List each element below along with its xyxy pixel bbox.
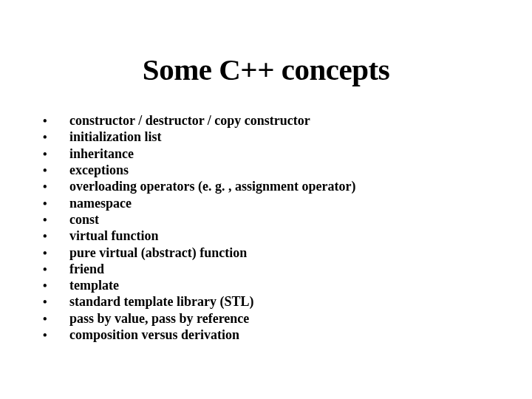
- item-text: const: [69, 211, 497, 228]
- list-item: • friend: [35, 261, 497, 277]
- item-text: pass by value, pass by reference: [69, 310, 497, 327]
- item-text: pure virtual (abstract) function: [69, 245, 497, 261]
- list-item: • pure virtual (abstract) function: [35, 245, 497, 261]
- item-text: friend: [69, 261, 497, 277]
- bullet-icon: •: [35, 279, 69, 293]
- bullet-icon: •: [35, 229, 69, 244]
- bullet-icon: •: [35, 295, 69, 310]
- bullet-icon: •: [35, 163, 69, 178]
- list-item: • initialization list: [35, 129, 497, 145]
- bullet-icon: •: [35, 312, 69, 327]
- list-item: • const: [35, 211, 497, 228]
- bullet-icon: •: [35, 246, 69, 261]
- item-text: namespace: [69, 195, 497, 211]
- list-item: • standard template library (STL): [35, 293, 497, 310]
- bullet-icon: •: [35, 130, 69, 145]
- bullet-icon: •: [35, 114, 69, 129]
- list-item: • composition versus derivation: [35, 327, 497, 343]
- list-item: • pass by value, pass by reference: [35, 310, 497, 327]
- page-title: Some C++ concepts: [35, 52, 497, 87]
- item-text: exceptions: [69, 162, 497, 178]
- item-text: virtual function: [69, 228, 497, 244]
- item-text: composition versus derivation: [69, 327, 497, 343]
- item-text: constructor / destructor / copy construc…: [69, 112, 497, 129]
- bullet-icon: •: [35, 328, 69, 343]
- bullet-icon: •: [35, 147, 69, 162]
- list-item: • template: [35, 277, 497, 293]
- list-item: • virtual function: [35, 228, 497, 244]
- list-item: • constructor / destructor / copy constr…: [35, 112, 497, 129]
- list-item: • exceptions: [35, 162, 497, 178]
- list-item: • inheritance: [35, 146, 497, 162]
- item-text: template: [69, 277, 497, 293]
- item-text: initialization list: [69, 129, 497, 145]
- item-text: overloading operators (e. g. , assignmen…: [69, 178, 497, 194]
- concepts-list: • constructor / destructor / copy constr…: [35, 112, 497, 343]
- list-item: • overloading operators (e. g. , assignm…: [35, 178, 497, 194]
- bullet-icon: •: [35, 262, 69, 277]
- item-text: standard template library (STL): [69, 293, 497, 310]
- item-text: inheritance: [69, 146, 497, 162]
- list-item: • namespace: [35, 195, 497, 211]
- bullet-icon: •: [35, 197, 69, 211]
- bullet-icon: •: [35, 180, 69, 194]
- bullet-icon: •: [35, 213, 69, 228]
